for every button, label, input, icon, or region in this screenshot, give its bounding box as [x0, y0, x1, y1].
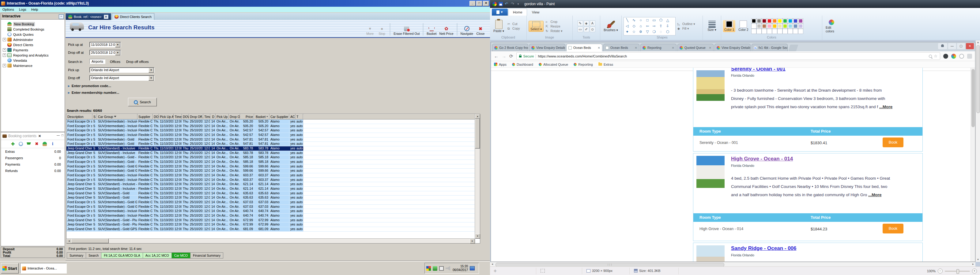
bottom-tab-car-mco[interactable]: Car MCO: [172, 252, 191, 259]
table-row[interactable]: Ford Escape Or simila...5SUV(Intermediat…: [67, 128, 480, 133]
palette-color[interactable]: [793, 19, 798, 23]
palette-color[interactable]: [788, 19, 792, 23]
table-row[interactable]: Jeep Grand Cheroke...5SUV(Standard) - In…: [67, 146, 480, 151]
column-header-pick-up-at[interactable]: Pick Up At: [159, 114, 173, 120]
save-icon[interactable]: [499, 2, 503, 6]
sidebar-collapse-button[interactable]: −: [59, 14, 64, 19]
table-row[interactable]: Jeep Grand Cheroke...5SUV(Standard) - Go…: [67, 191, 480, 196]
table-row[interactable]: Ford Escape Or simila...5SUV(Intermediat…: [67, 178, 480, 182]
fill-icon[interactable]: ◈: [584, 21, 589, 26]
filter-icon[interactable]: [114, 116, 116, 117]
villa-photo[interactable]: [697, 245, 725, 262]
cut-button[interactable]: ✂Cut: [508, 22, 520, 26]
close-button[interactable]: ✖Close: [476, 26, 485, 35]
undo-icon[interactable]: ↶: [505, 2, 509, 6]
browser-minimize-button[interactable]: —: [948, 43, 956, 49]
fill-shape-button[interactable]: ◆Fill ▾: [678, 27, 695, 30]
palette-color[interactable]: [751, 29, 756, 33]
maximize-button[interactable]: □: [476, 1, 482, 6]
palette-color[interactable]: [793, 29, 798, 33]
more-link[interactable]: ...More: [868, 193, 882, 197]
column-header-drop-off[interactable]: Drop Off: [229, 114, 240, 120]
villa-photo[interactable]: [697, 70, 725, 101]
browser-close-button[interactable]: ✕: [966, 43, 974, 49]
palette-color[interactable]: [772, 24, 777, 28]
erase-filtered-out-button[interactable]: Erase Filtered Out: [393, 26, 420, 35]
palette-color[interactable]: [783, 29, 788, 33]
membership-number-expander[interactable]: Enter membership number...: [68, 90, 119, 95]
palette-color[interactable]: [767, 19, 772, 23]
panel-maximize-icon[interactable]: □: [62, 134, 64, 137]
scroll-right-icon[interactable]: ►: [470, 239, 475, 243]
palette-color[interactable]: [762, 29, 767, 33]
table-row[interactable]: Ford Escape Or simila...5SUV(Intermediat…: [67, 120, 480, 124]
document-tab[interactable]: Book. ref.: <none>✕: [65, 13, 111, 20]
column-header-d[interactable]: D: [210, 114, 216, 120]
scroll-up-icon[interactable]: ▲: [976, 40, 980, 44]
bookmark-dashboard[interactable]: Dashboard: [512, 63, 533, 66]
tab-close-icon[interactable]: ✕: [597, 46, 600, 49]
shape-icon[interactable]: ▭: [651, 17, 657, 23]
browser-tab[interactable]: Gfx1 4bt - Google Sea✕: [751, 44, 788, 51]
network-tray-icon[interactable]: [439, 266, 444, 271]
bookmark-extras[interactable]: Extras: [598, 63, 613, 66]
expand-icon[interactable]: +: [3, 48, 6, 52]
bottom-tab-financial-summary[interactable]: Financial Summary: [191, 252, 223, 259]
drop-off-at-input[interactable]: 25/10/2018 12:00 ▼: [89, 50, 121, 55]
close-button[interactable]: ✕: [483, 1, 489, 6]
shape-icon[interactable]: ⌂: [637, 23, 644, 29]
color1-button[interactable]: Color 1: [723, 20, 735, 32]
villa-title-link[interactable]: High Grove - Ocean - 014: [731, 156, 793, 162]
menu-item-options[interactable]: Options: [0, 8, 16, 11]
eraser-icon[interactable]: ▭: [578, 27, 583, 32]
forward-icon[interactable]: →: [502, 54, 506, 58]
table-row[interactable]: Jeep Grand Cheroke...5SUV(Standard) - Go…: [67, 227, 480, 232]
zoom-slider-thumb[interactable]: [956, 269, 959, 274]
extension-icon[interactable]: [967, 54, 972, 58]
bookmark-allocated-queue[interactable]: Allocated Queue: [539, 63, 568, 66]
tab-close-icon[interactable]: ✕: [634, 46, 637, 49]
browser-tab[interactable]: Quoted Queue✕: [678, 44, 714, 51]
sidebar-item-viewdata[interactable]: Viewdata: [1, 58, 65, 63]
palette-color[interactable]: [778, 29, 782, 33]
extension-icon[interactable]: [959, 54, 964, 58]
shape-icon[interactable]: ╲: [624, 17, 630, 23]
start-button[interactable]: Start: [1, 263, 19, 273]
search-button[interactable]: Search: [128, 98, 157, 106]
table-row[interactable]: Jeep Grand Cheroke...5SUV(Standard) - Go…: [67, 218, 480, 223]
graphics-tray-icon[interactable]: [433, 266, 438, 271]
book-button[interactable]: Book: [883, 224, 904, 234]
quote-clock-icon[interactable]: [19, 142, 23, 146]
shape-icon[interactable]: ⇧: [657, 23, 664, 29]
basket-icon[interactable]: [27, 142, 31, 146]
palette-color[interactable]: [757, 29, 761, 33]
palm-icon[interactable]: [43, 142, 47, 146]
scroll-left-icon[interactable]: ◄: [67, 239, 72, 243]
palette-color[interactable]: [799, 19, 803, 23]
shape-icon[interactable]: ▽: [644, 29, 651, 35]
booking-contents-close-icon[interactable]: ✕: [38, 134, 41, 138]
palette-color[interactable]: [762, 24, 767, 28]
shape-icon[interactable]: □: [644, 17, 651, 23]
nett-price-button[interactable]: ✿Nett Price: [439, 26, 453, 35]
shape-icon[interactable]: ⬡: [664, 29, 671, 35]
palette-color[interactable]: [799, 24, 803, 28]
column-header-car-group[interactable]: Car Group: [97, 114, 137, 120]
table-row[interactable]: Ford Escape Or simila...5SUV(Intermediat…: [67, 205, 480, 209]
address-bar[interactable]: Secure https://www.oceanbeds.com/Home/Co…: [516, 52, 940, 60]
palette-color[interactable]: [757, 24, 761, 28]
sidebar-item-reporting-and-analytics[interactable]: +Reporting and Analytics: [1, 52, 65, 58]
antivirus-tray-icon[interactable]: [426, 266, 431, 271]
scrollbar-thumb[interactable]: [976, 45, 980, 113]
browser-tab[interactable]: Ocean Beds✕: [603, 44, 640, 51]
dropdown-arrow-icon[interactable]: ▼: [148, 68, 154, 73]
select-button[interactable]: Select ▾: [528, 21, 544, 32]
table-row[interactable]: Ford Escape Or simila...5SUV(Intermediat…: [67, 124, 480, 129]
column-header-ac[interactable]: AC: [290, 114, 296, 120]
search-in-offices-option[interactable]: Offices: [109, 60, 121, 64]
browser-tab[interactable]: Go 2 Book Copy from✕: [492, 44, 528, 51]
villa-photo[interactable]: [697, 156, 725, 188]
ribbon-tab-home[interactable]: Home: [508, 9, 527, 16]
sidebar-item-completed-bookings[interactable]: Completed Bookings: [1, 27, 65, 32]
bottom-tab-summary[interactable]: Summary: [67, 252, 86, 259]
